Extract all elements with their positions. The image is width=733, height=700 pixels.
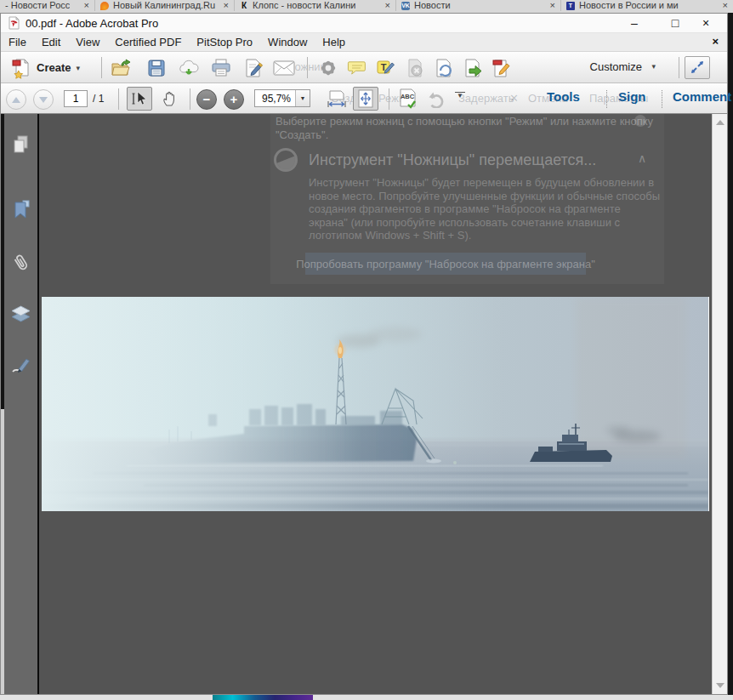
select-tool-button[interactable] — [127, 87, 152, 111]
tab-title: Новости в России и ми — [579, 0, 679, 11]
title-bar[interactable]: 00.pdf - Adobe Acrobat Pro – □ × — [1, 14, 727, 33]
navigation-sidebar — [4, 114, 37, 694]
browser-tab[interactable]: T Новости в России и ми × — [561, 0, 733, 11]
chevron-down-icon[interactable]: ▾ — [651, 62, 656, 71]
zoom-in-button[interactable]: + — [224, 89, 244, 110]
hand-tool-button[interactable] — [157, 87, 183, 111]
taskbar-app-thumbnail[interactable] — [213, 695, 313, 700]
customize-label[interactable]: Customize — [590, 60, 642, 73]
bookmarks-icon[interactable] — [9, 198, 32, 221]
plus-icon: + — [230, 91, 238, 108]
menu-view[interactable]: View — [68, 33, 107, 51]
comment-pane-tab[interactable]: Comment — [673, 89, 731, 104]
document-pane[interactable]: Выберите режим ножниц с помощью кнопки "… — [39, 114, 713, 694]
ghost-help-icon — [634, 115, 646, 127]
menu-help[interactable]: Help — [315, 33, 353, 51]
export-pdf-button[interactable] — [462, 57, 484, 79]
scroll-up-icon[interactable] — [716, 120, 724, 125]
print-button[interactable] — [210, 57, 232, 79]
create-button[interactable]: Create ▾ — [6, 55, 85, 80]
page-count-label: / 1 — [93, 93, 104, 105]
maximize-button[interactable]: □ — [661, 14, 690, 32]
tab-title: Клопс - новости Калини — [253, 0, 355, 11]
main-toolbar: Ножницы Create ▾ — [1, 52, 727, 83]
tab-close-icon[interactable]: × — [385, 0, 390, 11]
down-arrow-icon — [39, 97, 48, 103]
menu-edit[interactable]: Edit — [34, 33, 68, 51]
create-icon — [11, 57, 31, 79]
attachments-paperclip-icon[interactable] — [9, 252, 32, 275]
up-arrow-icon — [12, 97, 20, 103]
next-page-button[interactable] — [33, 89, 54, 110]
delete-pages-button-disabled — [404, 57, 426, 79]
tools-pane-tab[interactable]: Tools — [547, 89, 580, 104]
cloud-upload-button[interactable] — [178, 57, 200, 79]
pdf-page-photo-fpso-and-tug — [42, 297, 709, 511]
dropdown-arrow-icon: ▼ — [300, 95, 306, 101]
scroll-down-icon[interactable] — [716, 683, 724, 688]
zoom-level-combobox[interactable]: 95,7% ▼ — [254, 89, 310, 107]
ghost-snipping-tool-icon — [274, 148, 298, 172]
fit-width-button[interactable] — [326, 88, 348, 110]
more-tools-dropdown[interactable]: ▼ — [455, 92, 465, 99]
menubar-close-icon[interactable]: × — [712, 35, 719, 48]
previous-page-button[interactable] — [6, 89, 26, 110]
settings-gear-button[interactable] — [317, 57, 339, 79]
close-button[interactable]: × — [691, 14, 720, 32]
browser-tab-strip: - Новости Росс × Новый Калининград.Ru × … — [0, 0, 733, 13]
zoom-level-value: 95,7% — [255, 93, 295, 105]
screen: { "browser_tabs": { "items": [ {"title":… — [0, 0, 733, 700]
zoom-out-button[interactable]: − — [196, 89, 217, 110]
toolbar-separator — [679, 57, 679, 78]
browser-tab[interactable]: VK Новости × — [396, 0, 561, 11]
tab-title: Новый Калининград.Ru — [113, 0, 215, 11]
page-number-input[interactable] — [64, 90, 88, 107]
email-button[interactable] — [273, 57, 295, 79]
typewriter-tool-button[interactable]: T — [375, 57, 397, 79]
toolbar-separator — [307, 57, 308, 78]
sign-pane-tab[interactable]: Sign — [618, 89, 646, 104]
vk-favicon: VK — [401, 2, 410, 10]
fill-sign-button[interactable] — [242, 57, 264, 79]
open-file-button[interactable] — [110, 57, 132, 79]
minus-icon: − — [203, 91, 211, 108]
newkaliningrad-favicon — [100, 2, 109, 10]
tab-close-icon[interactable]: × — [224, 0, 229, 11]
tab-close-icon[interactable]: × — [550, 0, 555, 11]
acrobat-window: 00.pdf - Adobe Acrobat Pro – □ × File Ed… — [0, 13, 728, 695]
spellcheck-button[interactable]: ABC — [397, 88, 419, 110]
chevron-down-icon: ▼ — [455, 94, 465, 99]
page-thumbnails-icon[interactable] — [9, 133, 32, 156]
browser-tab[interactable]: Новый Калининград.Ru × — [95, 0, 235, 11]
browser-tab[interactable]: - Новости Росс × — [0, 0, 95, 11]
minimize-button[interactable]: – — [620, 14, 649, 32]
chevron-down-icon: ▾ — [76, 64, 80, 72]
menu-file[interactable]: File — [1, 33, 34, 51]
layers-icon[interactable] — [9, 303, 32, 326]
vertical-scrollbar[interactable] — [712, 114, 727, 694]
toolbar-separator — [101, 57, 102, 78]
fit-page-button[interactable] — [353, 87, 378, 111]
comment-bubble-button[interactable] — [346, 57, 368, 79]
tab-title: Новости — [414, 0, 451, 11]
pitstop-edit-button[interactable] — [491, 57, 513, 79]
ghost-snip-delay: Задержать — [458, 92, 514, 105]
browser-tab[interactable]: К Клопс - новости Калини × — [235, 0, 396, 11]
pane-separator — [606, 90, 607, 108]
tab-close-icon[interactable]: × — [84, 0, 89, 11]
tab-title: - Новости Росс — [5, 0, 70, 11]
menu-certified-pdf[interactable]: Certified PDF — [107, 33, 189, 51]
navigation-toolbar: Создать Режим Задержать ✕ Отмена Парамет… — [1, 83, 727, 114]
preflight-button[interactable] — [433, 57, 455, 79]
ghost-notification-title: Инструмент "Ножницы" перемещается... — [309, 151, 596, 169]
signatures-icon[interactable] — [9, 353, 32, 376]
ghost-close-icon: ✕ — [509, 92, 519, 105]
zoom-dropdown-button[interactable]: ▼ — [295, 90, 310, 106]
tab-close-icon[interactable]: × — [723, 0, 728, 11]
menu-pitstop-pro[interactable]: PitStop Pro — [189, 33, 260, 51]
reading-mode-button[interactable] — [685, 56, 710, 79]
menu-window[interactable]: Window — [260, 33, 315, 51]
ghost-try-snip-sketch-button: Попробовать программу "Набросок на фрагм… — [305, 253, 586, 275]
save-button[interactable] — [145, 57, 168, 79]
document-area: Выберите режим ножниц с помощью кнопки "… — [1, 114, 727, 694]
